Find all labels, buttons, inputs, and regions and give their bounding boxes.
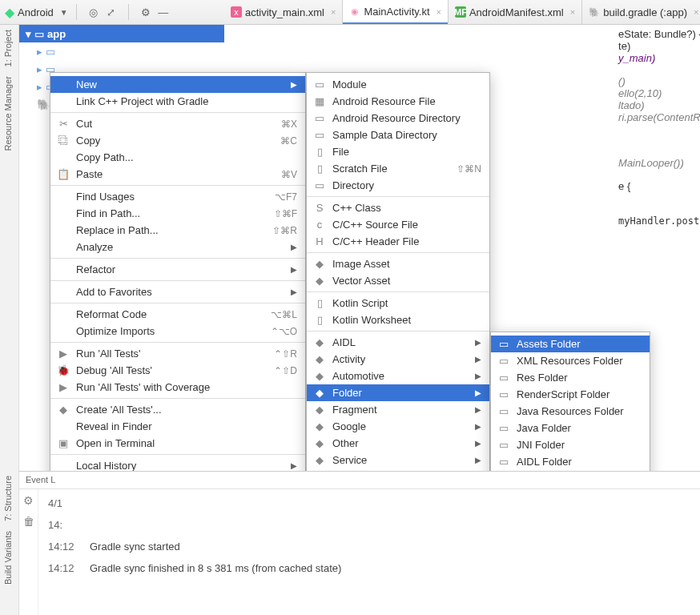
menu-item[interactable]: ◆Other▶ [307,435,489,452]
menu-item[interactable]: ▭Sample Data Directory [307,127,489,143]
menu-separator [307,196,489,197]
sidebar-tab-project[interactable]: 1: Project [0,25,16,71]
menu-item-icon: ▯ [313,163,326,175]
project-item[interactable]: ▸ ▭ [37,42,224,60]
close-icon[interactable]: × [436,7,441,17]
menu-item[interactable]: ▯Scratch File⇧⌘N [307,160,489,177]
close-icon[interactable]: × [694,7,698,17]
menu-item[interactable]: Find in Path...⇧⌘F [50,205,305,222]
menu-item[interactable]: Analyze▶ [50,239,305,255]
menu-item-icon: ◆ [313,370,326,383]
close-icon[interactable]: × [331,7,336,17]
menu-item[interactable]: ▭Assets Folder [491,336,650,352]
menu-item[interactable]: ▭Java Resources Folder [491,403,650,420]
menu-shortcut: ⇧⌘F [274,208,297,219]
sidebar-tab-structure[interactable]: 7: Structure [0,471,16,526]
menu-item[interactable]: ▭Android Resource Directory [307,110,489,127]
menu-item-label: Fragment [332,404,469,416]
menu-icon-spacer [57,207,70,220]
menu-item[interactable]: Replace in Path...⇧⌘R [50,222,305,239]
editor-tab[interactable]: 🐘 build.gradle (:app) × [582,0,700,24]
project-root[interactable]: ▾ ▭ app [19,25,224,42]
menu-item[interactable]: Find Usages⌥F7 [50,188,305,205]
menu-item-icon: ▭ [313,129,326,142]
menu-item[interactable]: HC/C++ Header File [307,233,489,250]
editor-tab[interactable]: ◉ MainActivity.kt × [343,0,449,24]
menu-item[interactable]: 📋Paste⌘V [50,166,305,183]
menu-item[interactable]: ▭RenderScript Folder [491,386,650,403]
menu-item-label: Service [332,454,469,466]
close-icon[interactable]: × [570,7,575,17]
menu-item-label: Res Folder [517,372,642,384]
menu-item[interactable]: ▭JNI Folder [491,436,650,453]
menu-item-label: Paste [76,168,255,180]
menu-item-label: Local History [76,460,284,472]
project-selector[interactable]: ◆ Android ▼ [5,5,68,20]
menu-item-icon: ⿻ [57,135,70,147]
menu-item[interactable]: ◆Create 'All Tests'... [50,401,305,418]
menu-item[interactable]: ▶Run 'All Tests' with Coverage [50,379,305,396]
menu-item[interactable]: SC++ Class [307,199,489,216]
menu-item[interactable]: ▭Module [307,76,489,93]
menu-shortcut: ⌃⇧D [274,365,297,376]
menu-separator [50,280,305,281]
menu-item[interactable]: ▭AIDL Folder [491,453,650,470]
menu-separator [307,252,489,253]
menu-item[interactable]: cC/C++ Source File [307,216,489,233]
menu-item-icon: ▶ [57,348,70,360]
menu-icon-spacer [57,224,70,237]
menu-item[interactable]: Optimize Imports⌃⌥O [50,323,305,340]
menu-icon-spacer [57,263,70,276]
settings-icon[interactable]: ⚙ [23,494,34,507]
menu-item[interactable]: 🐞Debug 'All Tests'⌃⇧D [50,362,305,379]
menu-item[interactable]: Reveal in Finder [50,418,305,435]
menu-item[interactable]: ◆Service▶ [307,452,489,468]
submenu-arrow-icon: ▶ [475,422,481,431]
menu-item-icon: ▭ [497,388,510,401]
menu-item[interactable]: ▭XML Resources Folder [491,352,650,369]
menu-item[interactable]: ⿻Copy⌘C [50,132,305,149]
menu-item-label: RenderScript Folder [517,388,642,400]
menu-icon-spacer [57,286,70,299]
menu-item[interactable]: ◆Google▶ [307,418,489,435]
menu-item-label: Reveal in Finder [76,420,297,432]
menu-item[interactable]: New▶ [50,76,305,93]
menu-item[interactable]: Copy Path... [50,149,305,166]
menu-item[interactable]: ▯Kotlin Script [307,295,489,312]
expand-icon[interactable]: ⤢ [103,3,120,21]
settings-icon[interactable]: ⚙ [137,3,155,21]
menu-item[interactable]: ▯File [307,143,489,160]
menu-item[interactable]: ▭Res Folder [491,369,650,386]
menu-item[interactable]: Refactor▶ [50,261,305,278]
target-icon[interactable]: ◎ [85,3,103,21]
menu-item-label: Image Asset [332,258,481,270]
menu-item[interactable]: ◆Vector Asset [307,272,489,289]
menu-item-label: AIDL Folder [517,456,642,468]
menu-item[interactable]: ◆Fragment▶ [307,401,489,418]
menu-item[interactable]: ◆Activity▶ [307,351,489,368]
menu-item[interactable]: ▭Directory [307,177,489,194]
editor-tab[interactable]: x activity_main.xml × [224,0,343,24]
menu-item-icon: ▭ [497,355,510,368]
menu-item[interactable]: ▭Java Folder [491,420,650,436]
menu-item[interactable]: ◆Image Asset [307,255,489,272]
menu-item[interactable]: Link C++ Project with Gradle [50,93,305,110]
menu-item[interactable]: ▶Run 'All Tests'⌃⇧R [50,345,305,362]
menu-item[interactable]: Add to Favorites▶ [50,283,305,300]
sidebar-tab-resource-manager[interactable]: Resource Manager [0,71,16,156]
sidebar-tab-build-variants[interactable]: Build Variants [0,526,16,589]
event-log-row: 14:12Gradle sync started [42,536,697,557]
menu-item[interactable]: ◆AIDL▶ [307,334,489,351]
menu-item-label: Run 'All Tests' [76,348,248,360]
delete-icon[interactable]: 🗑 [23,515,34,528]
menu-item[interactable]: ▦Android Resource File [307,93,489,110]
collapse-icon[interactable]: — [155,3,172,21]
menu-item[interactable]: ✂Cut⌘X [50,115,305,132]
menu-item[interactable]: ◆Automotive▶ [307,368,489,384]
menu-item[interactable]: ▯Kotlin Worksheet [307,312,489,328]
editor-tab[interactable]: MF AndroidManifest.xml × [449,0,582,24]
menu-item[interactable]: Reformat Code⌥⌘L [50,306,305,323]
menu-item[interactable]: ◆Folder▶ [307,384,489,401]
submenu-arrow-icon: ▶ [291,265,297,274]
menu-item[interactable]: ▣Open in Terminal [50,435,305,452]
